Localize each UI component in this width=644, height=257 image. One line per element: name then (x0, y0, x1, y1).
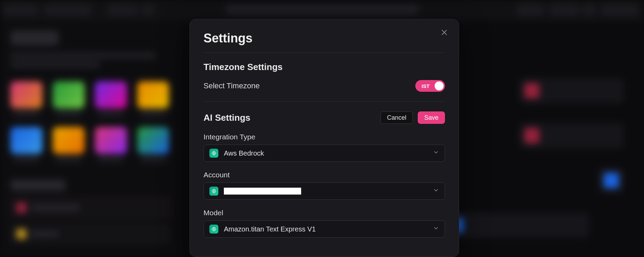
chevron-down-icon (433, 225, 439, 233)
integration-icon (209, 149, 218, 158)
save-button[interactable]: Save (418, 111, 445, 124)
close-button[interactable] (439, 28, 449, 37)
account-value-redacted (224, 188, 301, 195)
account-select[interactable] (204, 182, 445, 200)
ai-actions: Cancel Save (380, 111, 445, 124)
timezone-row: Select Timezone IST (204, 80, 445, 92)
save-label: Save (424, 114, 438, 121)
model-label: Model (204, 209, 445, 217)
timezone-label: Select Timezone (204, 81, 260, 90)
integration-type-value: Aws Bedrock (224, 149, 264, 157)
model-icon (209, 225, 218, 234)
modal-title: Settings (204, 31, 445, 46)
settings-modal: Settings Timezone Settings Select Timezo… (189, 19, 459, 257)
bg-sidebar (0, 20, 179, 257)
toggle-knob (435, 81, 444, 90)
timezone-section-title: Timezone Settings (204, 62, 445, 72)
chevron-down-icon (433, 187, 439, 195)
ai-section-title: AI Settings (204, 112, 250, 123)
bg-topbar (0, 0, 644, 20)
close-icon (440, 29, 448, 36)
divider (204, 52, 445, 53)
timezone-toggle[interactable]: IST (415, 80, 445, 92)
account-icon (209, 187, 218, 196)
model-select[interactable]: Amazon.titan Text Express V1 (204, 220, 445, 238)
cancel-label: Cancel (387, 114, 406, 121)
chevron-down-icon (433, 149, 439, 157)
account-label: Account (204, 171, 445, 179)
integration-type-label: Integration Type (204, 133, 445, 141)
ai-section: AI Settings Cancel Save Integration Type… (204, 101, 445, 238)
toggle-label: IST (417, 83, 429, 89)
integration-type-select[interactable]: Aws Bedrock (204, 145, 445, 162)
cancel-button[interactable]: Cancel (380, 111, 413, 124)
model-value: Amazon.titan Text Express V1 (224, 225, 316, 233)
